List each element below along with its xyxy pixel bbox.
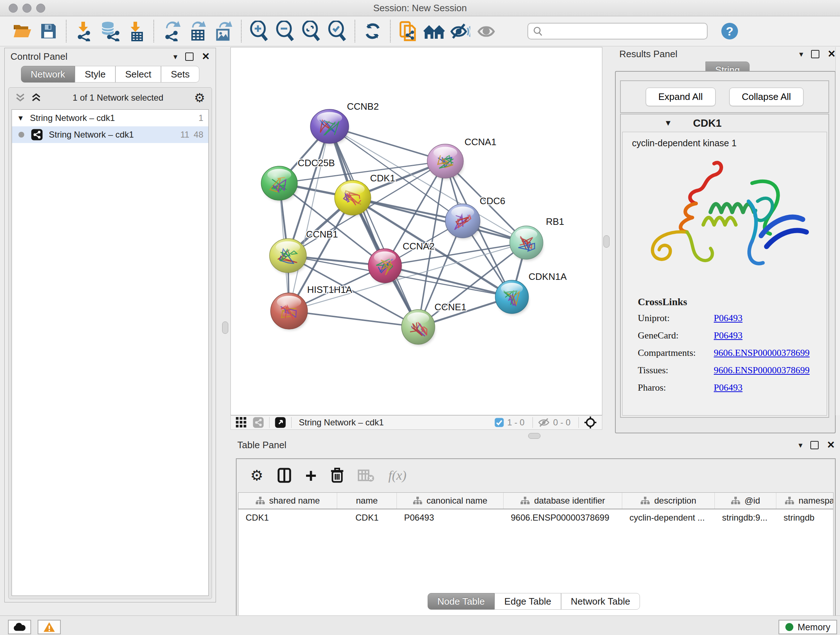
zoom-in-button[interactable] [246, 19, 272, 43]
open-session-button[interactable] [9, 19, 35, 43]
import-table-button[interactable] [123, 19, 149, 43]
export-network-button[interactable] [158, 19, 185, 43]
network-edge[interactable] [289, 311, 418, 327]
protein-section-header[interactable]: ▼ CDK1 [621, 114, 829, 132]
panel-float-icon[interactable] [811, 50, 819, 58]
crosslink-link[interactable]: P06493 [714, 382, 742, 393]
memory-button[interactable]: Memory [778, 620, 837, 634]
collapse-all-button[interactable]: Collapse All [729, 88, 804, 106]
network-collection-row[interactable]: ▼ String Network – cdk1 1 [12, 110, 208, 126]
network-canvas[interactable]: CCNB2CCNA1CDC25BCDK1CDC6RB1CCNB1CCNA2CDK… [231, 47, 602, 415]
panel-close-icon[interactable]: ✕ [827, 51, 836, 57]
show-columns-icon[interactable] [277, 467, 292, 483]
table-row[interactable]: CDK1CDK1P064939606.ENSP00000378699cyclin… [238, 509, 833, 526]
expand-all-button[interactable]: Expand All [646, 88, 715, 106]
show-hidden-button[interactable] [473, 19, 499, 43]
right-splitter-handle[interactable] [603, 235, 609, 248]
minimize-window-button[interactable] [22, 4, 32, 13]
import-network-icon [74, 21, 94, 41]
clone-network-button[interactable] [395, 19, 421, 43]
delete-table-icon[interactable] [358, 469, 374, 482]
network-edge[interactable] [289, 126, 330, 311]
tab-network[interactable]: Network [21, 66, 75, 82]
section-collapse-icon[interactable]: ▼ [664, 119, 672, 128]
table-cell: stringdb:9... [715, 513, 776, 523]
save-session-button[interactable] [35, 19, 62, 43]
zoom-out-button[interactable] [272, 19, 298, 43]
close-window-button[interactable] [9, 4, 18, 13]
tab-edge-table[interactable]: Edge Table [494, 593, 561, 610]
tab-sets[interactable]: Sets [161, 66, 199, 82]
zoom-fit-button[interactable] [298, 19, 324, 43]
import-network-from-database-button[interactable] [97, 19, 123, 43]
network-node[interactable]: CDK1 [335, 173, 395, 216]
hidden-count: 0 - 0 [553, 417, 570, 428]
crosslink-link[interactable]: 9606.ENSP00000378699 [714, 348, 810, 358]
network-node[interactable]: CDKN1A [495, 271, 567, 315]
network-node[interactable]: CCNB1 [270, 229, 338, 274]
fit-target-icon[interactable] [584, 416, 597, 429]
import-network-button[interactable] [71, 19, 97, 43]
network-row[interactable]: String Network – cdk1 11 48 [12, 126, 208, 143]
panel-float-icon[interactable] [185, 52, 194, 61]
vertical-scrollbar-track[interactable] [835, 47, 840, 415]
network-node[interactable]: RB1 [510, 216, 564, 260]
crosslink-link[interactable]: P06493 [714, 313, 742, 324]
network-edge[interactable] [330, 126, 418, 327]
zoom-window-button[interactable] [36, 4, 45, 13]
add-column-icon[interactable]: + [305, 468, 317, 483]
zoom-selected-button[interactable] [324, 19, 350, 43]
selected-checkbox-icon[interactable] [494, 417, 504, 428]
hidden-eye-icon[interactable] [538, 417, 550, 428]
panel-close-icon[interactable]: ✕ [202, 53, 210, 60]
tab-node-table[interactable]: Node Table [428, 593, 494, 610]
hide-selected-button[interactable] [447, 19, 473, 43]
search-input[interactable] [547, 26, 703, 36]
crosslink-link[interactable]: P06493 [714, 330, 742, 341]
crosslink-link[interactable]: 9606.ENSP00000378699 [714, 365, 810, 376]
tab-style[interactable]: Style [75, 66, 115, 82]
export-table-button[interactable] [185, 19, 210, 43]
column-header-database-identifier[interactable]: database identifier [504, 493, 622, 509]
panel-menu-icon[interactable]: ▾ [798, 440, 802, 450]
column-header-description[interactable]: description [622, 493, 715, 509]
grid-view-icon[interactable] [236, 417, 247, 428]
warnings-button[interactable] [38, 620, 61, 634]
column-header-name[interactable]: name [337, 493, 397, 509]
column-header--id[interactable]: @id [715, 493, 776, 509]
export-image-button[interactable] [210, 19, 237, 43]
expand-all-icon[interactable] [31, 93, 42, 103]
panel-close-icon[interactable]: ✕ [827, 442, 835, 448]
crosslink-label: Uniprot: [638, 313, 714, 324]
delete-column-trash-icon[interactable] [330, 467, 344, 483]
panel-float-icon[interactable] [810, 441, 819, 449]
collapse-triangle-icon[interactable]: ▼ [17, 114, 24, 122]
collapse-all-icon[interactable] [15, 93, 26, 103]
function-builder-icon[interactable]: f(x) [388, 468, 406, 483]
tab-network-table[interactable]: Network Table [561, 593, 640, 610]
network-options-gear-icon[interactable]: ⚙ [194, 90, 205, 105]
current-network-dot-icon [19, 132, 24, 138]
network-node[interactable]: CDC25B [261, 157, 335, 201]
network-view-icon[interactable] [253, 417, 264, 428]
tab-select[interactable]: Select [115, 66, 161, 82]
zoom-in-icon [249, 21, 269, 42]
left-splitter-handle[interactable] [222, 321, 228, 334]
network-edge[interactable] [385, 266, 512, 297]
panel-menu-icon[interactable]: ▾ [173, 52, 177, 62]
expand-collapse-bar: Expand All Collapse All [620, 80, 829, 113]
network-node[interactable]: HIST1H1A [271, 284, 352, 330]
column-header-shared-name[interactable]: shared name [238, 493, 337, 509]
search-box[interactable] [527, 23, 707, 40]
show-all-networks-button[interactable] [421, 19, 447, 43]
table-gear-icon[interactable]: ⚙ [250, 467, 264, 484]
apply-layout-button[interactable] [360, 19, 386, 43]
column-header-namespace[interactable]: namespace [776, 493, 834, 509]
network-node[interactable]: CCNE1 [401, 302, 466, 345]
network-node[interactable]: CCNA1 [427, 136, 496, 179]
birds-eye-view-icon[interactable] [275, 417, 286, 428]
help-button[interactable]: ? [722, 23, 738, 40]
cloud-status-button[interactable] [8, 620, 31, 634]
panel-menu-icon[interactable]: ▾ [799, 50, 803, 59]
column-header-canonical-name[interactable]: canonical name [397, 493, 504, 509]
